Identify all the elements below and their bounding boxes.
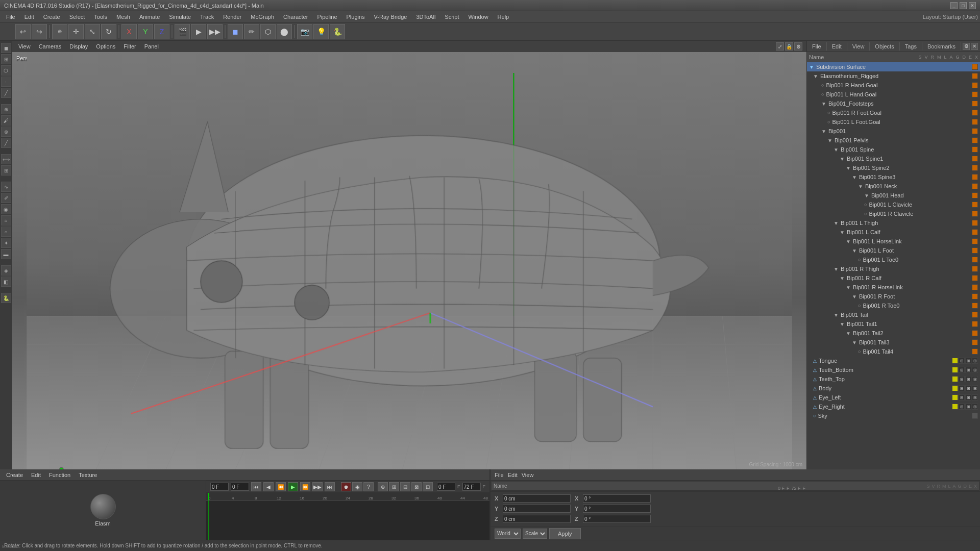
key-motion2-button[interactable]: ⊡ (423, 482, 433, 491)
menu-vray[interactable]: V-Ray Bridge (370, 13, 411, 21)
frame-start-input[interactable] (210, 483, 229, 491)
objects-tab[interactable]: Objects (870, 42, 899, 51)
scale-mode-select[interactable]: Scale (523, 529, 547, 539)
maximize-button[interactable]: □ (960, 2, 967, 9)
frame-current-display[interactable] (437, 483, 455, 491)
view-tab[interactable]: View (847, 42, 870, 51)
menu-track[interactable]: Track (196, 13, 218, 21)
light-button[interactable]: 💡 (313, 24, 329, 39)
inflate-tool[interactable]: ○ (1, 227, 11, 237)
vp-menu-filter[interactable]: Filter (121, 42, 138, 51)
tree-item-bip001[interactable]: ▼ Bip001 (807, 127, 980, 136)
z-pos-input[interactable] (503, 515, 571, 523)
python-left-icon[interactable]: 🐍 (1, 293, 11, 303)
play-forward-button[interactable]: ⏩ (300, 482, 310, 491)
tree-item-spine[interactable]: ▼ Bip001 Spine (807, 145, 980, 154)
z-rot-input[interactable] (583, 515, 651, 523)
bottom-edit-tab[interactable]: Edit (508, 472, 518, 478)
go-start-button[interactable]: ⏮ (251, 482, 261, 491)
vp-menu-view[interactable]: View (16, 42, 33, 51)
vp-expand-button[interactable]: ⤢ (776, 42, 784, 51)
zaxis-button[interactable]: Z (154, 24, 169, 39)
vp-menu-cameras[interactable]: Cameras (37, 42, 64, 51)
bottom-file-tab[interactable]: File (495, 472, 504, 478)
vp-settings-button[interactable]: ⚙ (794, 42, 802, 51)
tree-item-rthigh[interactable]: ▼ Bip001 R Thigh (807, 264, 980, 273)
grid-tool[interactable]: ⊞ (1, 165, 11, 176)
key-special-button[interactable]: ⊠ (411, 482, 422, 491)
poly-button[interactable]: ⬡ (260, 24, 276, 39)
material-left-icon[interactable]: ◈ (1, 265, 11, 276)
edit-menu[interactable]: Edit (29, 472, 43, 478)
key-button[interactable]: ⊕ (378, 482, 388, 491)
object-tool[interactable]: ◼ (1, 43, 11, 53)
tree-item-rfoot[interactable]: ○ Bip001 R Foot.Goal (807, 108, 980, 117)
point-tool[interactable]: · (1, 77, 11, 87)
python-button[interactable]: 🐍 (330, 24, 345, 39)
tree-item-teeth-bottom[interactable]: △ Teeth_Bottom ⊞ ⊞ ⊞ (807, 365, 980, 374)
play-button[interactable]: ▶ (288, 482, 298, 491)
tree-item-sky[interactable]: ○ Sky (807, 411, 980, 420)
render-button[interactable]: ▶ (191, 24, 206, 39)
move-button[interactable]: ✛ (68, 24, 84, 39)
edit-tab[interactable]: Edit (827, 42, 847, 51)
tree-item-rhorselink[interactable]: ▼ Bip001 R HorseLink (807, 283, 980, 292)
key-all-button[interactable]: ⊟ (400, 482, 410, 491)
tree-item-footsteps[interactable]: ▼ Bip001_Footsteps (807, 99, 980, 108)
mirror-tool[interactable]: ⟺ (1, 154, 11, 164)
menu-3dtoall[interactable]: 3DToAll (412, 13, 439, 21)
move-left-tool[interactable]: ⊕ (1, 104, 11, 114)
magnet-tool[interactable]: ⊗ (1, 127, 11, 137)
tree-item-lfoot[interactable]: ○ Bip001 L Foot.Goal (807, 117, 980, 127)
menu-select[interactable]: Select (65, 13, 89, 21)
scene-object-tool[interactable]: ⊞ (1, 54, 11, 64)
menu-mograph[interactable]: MoGraph (247, 13, 278, 21)
x-rot-input[interactable] (583, 494, 651, 503)
create-menu[interactable]: Create (4, 472, 25, 478)
sculpt-tool[interactable]: ◉ (1, 204, 11, 214)
file-tab[interactable]: File (807, 42, 827, 51)
go-end-button[interactable]: ⏭ (325, 482, 335, 491)
frame-end-input[interactable] (462, 483, 481, 491)
y-rot-input[interactable] (583, 505, 651, 513)
render-view-button[interactable]: 🎬 (175, 24, 190, 39)
menu-tools[interactable]: Tools (90, 13, 111, 21)
record-button[interactable]: ⏺ (341, 482, 351, 491)
camera-button[interactable]: 📷 (297, 24, 312, 39)
tree-item-spine3[interactable]: ▼ Bip001 Spine3 (807, 172, 980, 182)
tree-item-neck[interactable]: ▼ Bip001 Neck (807, 182, 980, 191)
flatten-tool[interactable]: ▬ (1, 249, 11, 259)
live-select-button[interactable]: ⊕ (52, 24, 67, 39)
texture-tool[interactable]: ◧ (1, 277, 11, 287)
smooth-tool[interactable]: ≈ (1, 215, 11, 226)
poly-tool[interactable]: ⬡ (1, 65, 11, 76)
menu-script[interactable]: Script (440, 13, 463, 21)
vp-menu-options[interactable]: Options (94, 42, 117, 51)
relax-tool[interactable]: ✦ (1, 238, 11, 248)
menu-help[interactable]: Help (494, 13, 513, 21)
key-select-button[interactable]: ⊞ (389, 482, 399, 491)
y-pos-input[interactable] (503, 505, 571, 513)
tree-item-tail3[interactable]: ▼ Bip001 Tail3 (807, 338, 980, 347)
bookmarks-tab[interactable]: Bookmarks (922, 42, 961, 51)
knife-tool[interactable]: ╱ (1, 138, 11, 148)
menu-simulate[interactable]: Simulate (165, 13, 195, 21)
bottom-view-tab[interactable]: View (522, 472, 534, 478)
tree-item-eye-right[interactable]: △ Eye_Right ⊞ ⊞ ⊞ (807, 402, 980, 411)
menu-mesh[interactable]: Mesh (112, 13, 134, 21)
tree-item-tail2[interactable]: ▼ Bip001 Tail2 (807, 329, 980, 338)
tree-item-rfoot2[interactable]: ▼ Bip001 R Foot (807, 292, 980, 301)
rp-settings-button[interactable]: ⚙ (963, 43, 970, 50)
step-back-button[interactable]: ◀ (263, 482, 274, 491)
viewport-3d[interactable]: View Cameras Display Options Filter Pane… (12, 41, 806, 469)
tree-item-tail[interactable]: ▼ Bip001 Tail (807, 310, 980, 319)
tree-item-ltoe0[interactable]: ○ Bip001 L Toe0 (807, 255, 980, 264)
object-mode-button[interactable]: ◼ (228, 24, 243, 39)
menu-create[interactable]: Create (39, 13, 64, 21)
anim-mode-button[interactable]: ◉ (352, 482, 362, 491)
rotate-button[interactable]: ↻ (101, 24, 116, 39)
tree-item-bone2[interactable]: ○ Bip001 L Hand.Goal (807, 90, 980, 99)
tree-item-rtoe0[interactable]: ○ Bip001 R Toe0 (807, 301, 980, 310)
tree-item-lthigh[interactable]: ▼ Bip001 L Thigh (807, 218, 980, 228)
minimize-button[interactable]: _ (950, 2, 958, 9)
